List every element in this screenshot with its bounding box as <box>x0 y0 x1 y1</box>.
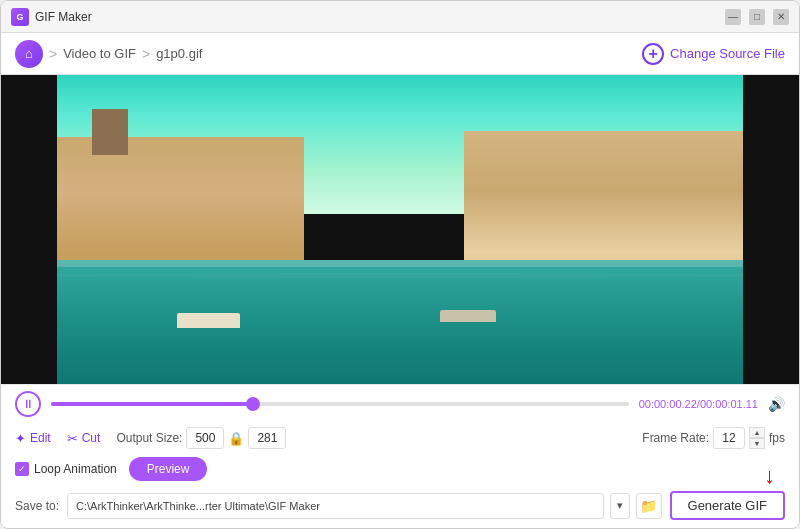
folder-icon: 📁 <box>640 498 657 514</box>
edit-row: ✦ Edit ✂ Cut Output Size: 🔒 Frame Rate: … <box>15 423 785 453</box>
output-size-group: Output Size: 🔒 <box>116 427 286 449</box>
scissors-icon: ✂ <box>67 431 78 446</box>
frame-rate-label: Frame Rate: <box>642 431 709 445</box>
video-area <box>1 75 799 384</box>
video-frame <box>1 75 799 384</box>
app-icon: G <box>11 8 29 26</box>
save-path-input[interactable] <box>67 493 603 519</box>
title-bar-controls: — □ ✕ <box>725 9 789 25</box>
save-path-dropdown-button[interactable]: ▾ <box>610 493 630 519</box>
fps-up-button[interactable]: ▲ <box>749 427 765 438</box>
loop-animation-checkbox-label[interactable]: ✓ Loop Animation <box>15 462 117 476</box>
playback-row: ⏸ 00:00:00.22/00:00:01.11 🔊 <box>15 391 785 417</box>
minimize-button[interactable]: — <box>725 9 741 25</box>
open-folder-button[interactable]: 📁 <box>636 493 662 519</box>
controls-bar: ⏸ 00:00:00.22/00:00:01.11 🔊 ✦ Edit ✂ Cut <box>1 384 799 528</box>
progress-filled <box>51 402 253 406</box>
breadcrumb-video-to-gif[interactable]: Video to GIF <box>63 46 136 61</box>
breadcrumb-separator-2: > <box>142 46 150 62</box>
output-width-input[interactable] <box>186 427 224 449</box>
pause-button[interactable]: ⏸ <box>15 391 41 417</box>
time-total: 00:00:01.11 <box>700 398 758 410</box>
app-title: GIF Maker <box>35 10 92 24</box>
home-icon[interactable]: ⌂ <box>15 40 43 68</box>
nav-left: ⌂ > Video to GIF > g1p0.gif <box>15 40 642 68</box>
fps-down-button[interactable]: ▼ <box>749 438 765 449</box>
time-display: 00:00:00.22/00:00:01.11 <box>639 398 758 410</box>
output-height-input[interactable] <box>248 427 286 449</box>
frame-rate-group: Frame Rate: ▲ ▼ fps <box>642 427 785 449</box>
generate-gif-button[interactable]: Generate GIF <box>670 491 785 520</box>
progress-thumb[interactable] <box>246 397 260 411</box>
time-current: 00:00:00.22 <box>639 398 697 410</box>
fps-label: fps <box>769 431 785 445</box>
breadcrumb-separator: > <box>49 46 57 62</box>
change-source-label: Change Source File <box>670 46 785 61</box>
pillar-left <box>1 75 57 384</box>
arrow-indicator: ↓ <box>764 463 775 489</box>
loop-preview-row: ✓ Loop Animation Preview <box>15 453 785 485</box>
loop-animation-label: Loop Animation <box>34 462 117 476</box>
edit-button[interactable]: ✦ Edit <box>15 431 51 446</box>
pause-icon: ⏸ <box>22 397 34 411</box>
title-bar: G GIF Maker — □ ✕ <box>1 1 799 33</box>
wand-icon: ✦ <box>15 431 26 446</box>
close-button[interactable]: ✕ <box>773 9 789 25</box>
save-to-label: Save to: <box>15 499 59 513</box>
cut-label: Cut <box>82 431 101 445</box>
app-window: G GIF Maker — □ ✕ ⌂ > Video to GIF > g1p… <box>0 0 800 529</box>
change-source-icon: + <box>642 43 664 65</box>
maximize-button[interactable]: □ <box>749 9 765 25</box>
edit-label: Edit <box>30 431 51 445</box>
volume-icon[interactable]: 🔊 <box>768 396 785 412</box>
progress-bar[interactable] <box>51 402 629 406</box>
frame-rate-input[interactable] <box>713 427 745 449</box>
save-path-row: ▾ 📁 <box>67 493 661 519</box>
lock-icon[interactable]: 🔒 <box>228 431 244 446</box>
pillar-right <box>743 75 799 384</box>
fps-spinner: ▲ ▼ <box>749 427 765 449</box>
cut-button[interactable]: ✂ Cut <box>67 431 101 446</box>
breadcrumb-filename: g1p0.gif <box>156 46 202 61</box>
save-row: Save to: ▾ 📁 ↓ Generate GIF <box>15 485 785 522</box>
change-source-button[interactable]: + Change Source File <box>642 43 785 65</box>
title-bar-left: G GIF Maker <box>11 8 725 26</box>
nav-bar: ⌂ > Video to GIF > g1p0.gif + Change Sou… <box>1 33 799 75</box>
generate-btn-wrapper: ↓ Generate GIF <box>670 491 785 520</box>
preview-button[interactable]: Preview <box>129 457 208 481</box>
output-size-label: Output Size: <box>116 431 182 445</box>
loop-animation-checkbox[interactable]: ✓ <box>15 462 29 476</box>
